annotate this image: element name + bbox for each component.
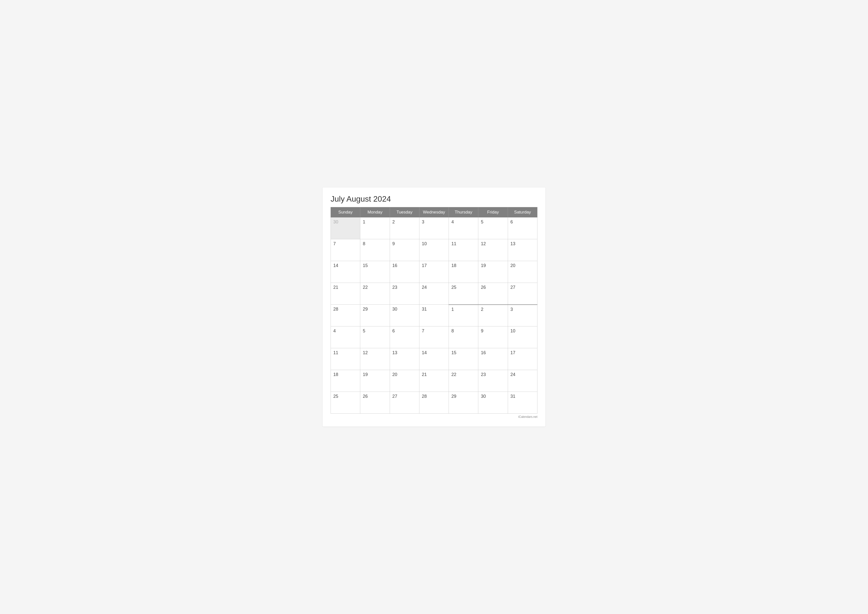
header-cell-sunday: Sunday: [331, 207, 360, 218]
week-row-2: 14151617181920: [331, 261, 538, 283]
header-row: SundayMondayTuesdayWednesdayThursdayFrid…: [331, 207, 538, 218]
day-cell: 7: [331, 239, 360, 261]
day-cell: 29: [449, 392, 478, 413]
day-cell: 1: [360, 218, 390, 239]
day-cell: 10: [419, 239, 449, 261]
day-cell: 30: [478, 392, 508, 413]
calendar-table: SundayMondayTuesdayWednesdayThursdayFrid…: [330, 207, 538, 413]
day-cell: 4: [331, 326, 360, 348]
day-cell: 20: [508, 261, 537, 283]
day-cell: 28: [419, 392, 449, 413]
day-cell: 19: [478, 261, 508, 283]
calendar-container: July August 2024 SundayMondayTuesdayWedn…: [322, 188, 546, 426]
day-cell: 11: [449, 239, 478, 261]
day-cell: 30: [331, 218, 360, 239]
day-cell: 12: [360, 348, 390, 370]
day-cell: 25: [331, 392, 360, 413]
day-cell: 6: [508, 218, 537, 239]
day-cell: 29: [360, 305, 390, 326]
day-cell: 28: [331, 305, 360, 326]
day-cell: 15: [449, 348, 478, 370]
day-cell: 18: [449, 261, 478, 283]
day-cell: 26: [360, 392, 390, 413]
day-cell: 27: [390, 392, 419, 413]
day-cell: 30: [390, 305, 419, 326]
day-cell: 9: [390, 239, 419, 261]
week-row-6: 11121314151617: [331, 348, 538, 370]
day-cell: 22: [360, 283, 390, 305]
day-cell: 5: [478, 218, 508, 239]
day-cell: 31: [419, 305, 449, 326]
day-cell: 7: [419, 326, 449, 348]
header-cell-thursday: Thursday: [449, 207, 478, 218]
week-row-7: 18192021222324: [331, 370, 538, 392]
footer: iCalendars.net: [330, 415, 538, 418]
day-cell: 15: [360, 261, 390, 283]
day-cell: 21: [419, 370, 449, 392]
day-cell: 19: [360, 370, 390, 392]
day-cell: 10: [508, 326, 537, 348]
header-cell-monday: Monday: [360, 207, 390, 218]
calendar-title: July August 2024: [330, 194, 538, 204]
day-cell: 1: [449, 305, 478, 326]
day-cell: 17: [419, 261, 449, 283]
day-cell: 24: [508, 370, 537, 392]
day-cell: 18: [331, 370, 360, 392]
day-cell: 3: [419, 218, 449, 239]
day-cell: 23: [478, 370, 508, 392]
footer-text: iCalendars.net: [518, 415, 538, 418]
day-cell: 14: [331, 261, 360, 283]
day-cell: 8: [360, 239, 390, 261]
day-cell: 3: [508, 305, 537, 326]
day-cell: 13: [390, 348, 419, 370]
day-cell: 16: [390, 261, 419, 283]
day-cell: 6: [390, 326, 419, 348]
day-cell: 27: [508, 283, 537, 305]
day-cell: 22: [449, 370, 478, 392]
day-cell: 25: [449, 283, 478, 305]
day-cell: 24: [419, 283, 449, 305]
day-cell: 31: [508, 392, 537, 413]
header-cell-saturday: Saturday: [508, 207, 537, 218]
day-cell: 26: [478, 283, 508, 305]
week-row-4: 28293031123: [331, 305, 538, 326]
day-cell: 11: [331, 348, 360, 370]
day-cell: 17: [508, 348, 537, 370]
day-cell: 9: [478, 326, 508, 348]
week-row-5: 45678910: [331, 326, 538, 348]
header-cell-friday: Friday: [478, 207, 508, 218]
day-cell: 4: [449, 218, 478, 239]
day-cell: 8: [449, 326, 478, 348]
header-cell-wednesday: Wednesday: [419, 207, 449, 218]
day-cell: 21: [331, 283, 360, 305]
day-cell: 23: [390, 283, 419, 305]
day-cell: 20: [390, 370, 419, 392]
day-cell: 13: [508, 239, 537, 261]
week-row-3: 21222324252627: [331, 283, 538, 305]
header-cell-tuesday: Tuesday: [390, 207, 419, 218]
day-cell: 12: [478, 239, 508, 261]
week-row-1: 78910111213: [331, 239, 538, 261]
day-cell: 5: [360, 326, 390, 348]
day-cell: 16: [478, 348, 508, 370]
week-row-0: 30123456: [331, 218, 538, 239]
day-cell: 2: [478, 305, 508, 326]
day-cell: 14: [419, 348, 449, 370]
week-row-8: 25262728293031: [331, 392, 538, 413]
day-cell: 2: [390, 218, 419, 239]
